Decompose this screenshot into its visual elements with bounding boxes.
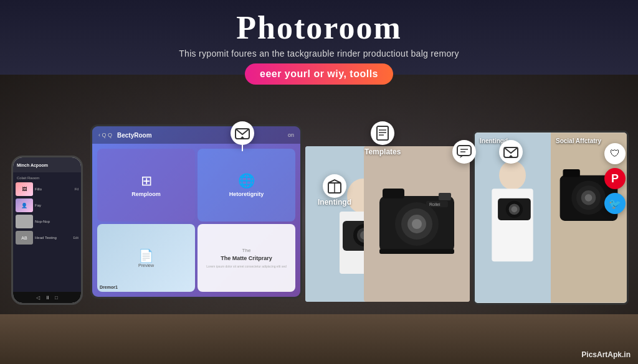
app-title: Photoroom (0, 9, 638, 46)
grid-icon: ⊞ (141, 173, 152, 189)
mail-icon-right (499, 140, 523, 164)
chat-icon-circle (452, 140, 476, 164)
globe-icon: 🌐 (238, 173, 255, 189)
document-icon: 📄 (138, 248, 154, 263)
svg-point-13 (412, 219, 422, 229)
phone-screen: Minch Acpoom Colait Raoom 🖼 Fillo Fil 👤 … (13, 157, 81, 303)
tablet-topbar: ‹ Q Q BectyRoom on (92, 126, 300, 144)
cta-button[interactable]: eeer yourl or wiy, toolls (245, 63, 393, 85)
templates-pin-right: Templates (364, 121, 401, 156)
svg-marker-20 (240, 136, 245, 139)
inentingd-label: Inentingd (318, 198, 351, 207)
camera-object: Rollei (364, 146, 470, 302)
twitter-icon[interactable]: 🐦 (604, 193, 626, 214)
mail-icon-circle (231, 121, 254, 145)
phone-mockup: Minch Acpoom Colait Raoom 🖼 Fillo Fil 👤 … (11, 156, 83, 305)
the-label: The (242, 248, 251, 253)
tablet-card-label-1: Remploom (131, 191, 161, 197)
header: Photoroom This rypomit foures an the tac… (0, 0, 638, 85)
svg-rect-14 (383, 189, 404, 198)
tablet-card-remploom[interactable]: ⊞ Remploom (97, 149, 195, 222)
camera-right-panel: Rollei (364, 146, 470, 302)
tablet-card-image[interactable]: Dremor1 📄 Preview (97, 224, 195, 292)
desk-surface (0, 314, 638, 364)
svg-point-39 (512, 206, 518, 212)
tablet-grid: ⊞ Remploom 🌐 Hetoretignity Dremor1 📄 Pre… (92, 144, 300, 297)
mail-pin-right (499, 140, 523, 164)
svg-point-45 (585, 194, 593, 202)
templates-pin-left (231, 121, 254, 151)
watermark: PicsArtApk.in (581, 350, 631, 359)
tablet-image-label: Dremor1 (100, 285, 118, 289)
tablet-back-icon: ‹ Q Q (98, 132, 112, 138)
svg-rect-15 (439, 193, 451, 200)
card-desc: Lorem ipsum dolor sit amet consectetur a… (206, 264, 286, 269)
tablet-screen: ‹ Q Q BectyRoom on ⊞ Remploom 🌐 Hetoreti… (92, 126, 300, 297)
svg-point-34 (499, 161, 526, 190)
tablet-nav-on: on (288, 132, 294, 138)
svg-marker-32 (508, 155, 513, 157)
panel-right-label: Social Affctatry (556, 138, 601, 144)
tablet-card-hetoretignity[interactable]: 🌐 Hetoretignity (198, 149, 295, 222)
box-icon-circle (323, 174, 346, 198)
phone-bottom-nav: ◁ ⏸ □ (13, 292, 81, 303)
tablet-mockup: ‹ Q Q BectyRoom on ⊞ Remploom 🌐 Hetoreti… (90, 124, 302, 299)
chat-pin (452, 140, 476, 164)
tablet-card-label-2: Hetoretignity (229, 191, 264, 197)
tablet-nav: on (288, 132, 294, 138)
svg-rect-27 (457, 146, 471, 156)
inentingd-pin: Inentingd (318, 174, 351, 207)
app-subtitle: This rypomit foures an the tackgrauble r… (0, 49, 638, 58)
document-icon-circle (371, 121, 394, 145)
tablet-title: BectyRoom (117, 132, 152, 139)
matte-label: The Matte Critprary (221, 255, 272, 262)
phone-topbar: Minch Acpoom (13, 157, 81, 172)
pinterest-icon[interactable]: P (604, 168, 626, 189)
templates-label: Templates (364, 147, 401, 156)
svg-rect-46 (563, 169, 580, 177)
phone-sidebar-header: Colait Raoom (16, 175, 79, 181)
phone-topbar-title: Minch Acpoom (17, 163, 48, 167)
pin-stem-1 (242, 145, 243, 151)
social-icons: 🛡 P 🐦 (604, 143, 626, 214)
svg-rect-16 (379, 249, 454, 254)
tablet-card-white[interactable]: The The Matte Critprary Lorem ipsum dolo… (198, 224, 295, 292)
phone-content: Colait Raoom 🖼 Fillo Fil 👤 Fay Nop-Nop A… (13, 172, 81, 292)
shield-social-icon[interactable]: 🛡 (604, 143, 626, 164)
svg-text:Rollei: Rollei (429, 202, 440, 207)
svg-rect-21 (377, 126, 388, 140)
